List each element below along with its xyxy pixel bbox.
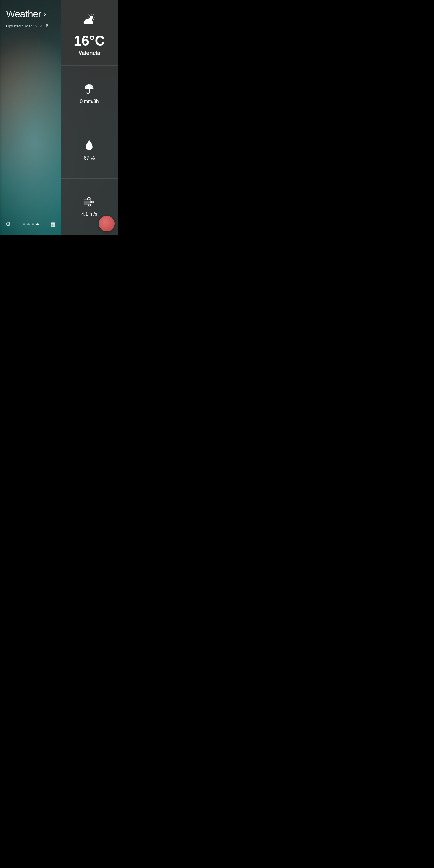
stats-section: 0 mm/3h 67 % [61, 66, 118, 235]
dot-1 [23, 223, 25, 225]
grid-icon[interactable]: ▦ [51, 221, 56, 227]
precipitation-value: 0 mm/3h [80, 99, 98, 104]
camera-button[interactable] [99, 216, 115, 231]
precipitation-row: 0 mm/3h [61, 66, 118, 122]
settings-icon[interactable]: ⚙ [5, 221, 11, 228]
left-panel: Weather › Updated 5 Mar 13:54 ↻ [0, 0, 61, 235]
svg-line-5 [89, 15, 90, 16]
dot-3 [32, 223, 34, 225]
weather-title-row[interactable]: Weather › [6, 8, 55, 20]
humidity-row: 67 % [61, 122, 118, 179]
wind-icon [83, 197, 96, 209]
wind-value: 4.1 m/s [82, 212, 97, 217]
main-weather-section: 16°C Valencia [61, 0, 118, 66]
updated-row: Updated 5 Mar 13:54 ↻ [6, 23, 55, 29]
bottom-navigation[interactable]: ⚙ ▦ [0, 213, 61, 235]
updated-text: Updated 5 Mar 13:54 [6, 24, 43, 28]
umbrella-icon [84, 83, 95, 96]
page-dots [23, 223, 38, 225]
svg-line-6 [93, 19, 94, 20]
svg-point-13 [87, 19, 93, 22]
partly-cloudy-icon [82, 12, 97, 30]
dot-4-active [36, 223, 38, 225]
svg-line-7 [93, 15, 94, 16]
city-name: Valencia [79, 50, 100, 56]
drop-icon [84, 140, 94, 153]
right-weather-panel[interactable]: 16°C Valencia 0 mm/3h [61, 0, 118, 235]
refresh-icon[interactable]: ↻ [46, 23, 50, 29]
weather-app-title[interactable]: Weather [6, 8, 41, 20]
humidity-value: 67 % [84, 156, 95, 161]
dot-2 [27, 223, 30, 225]
temperature-display: 16°C [74, 34, 105, 48]
chevron-right-icon: › [44, 10, 46, 19]
